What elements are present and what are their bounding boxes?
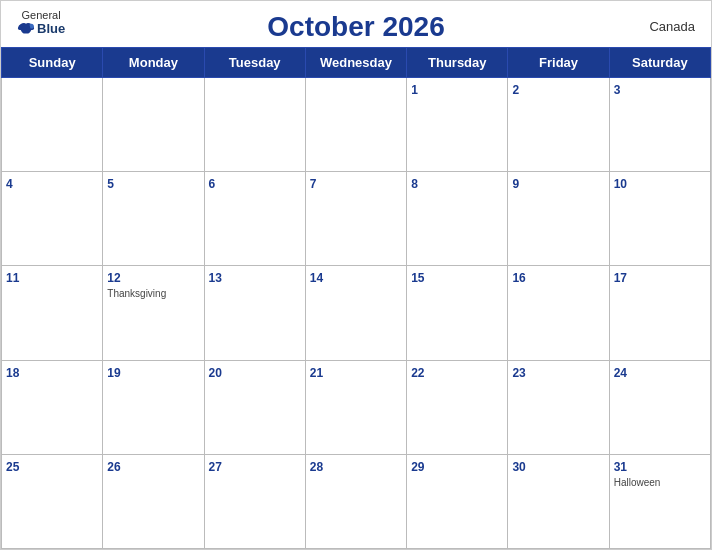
calendar-cell: 7: [305, 172, 406, 266]
calendar-cell: 24: [609, 360, 710, 454]
date-number: 8: [411, 177, 418, 191]
date-number: 21: [310, 366, 323, 380]
calendar-cell: 21: [305, 360, 406, 454]
date-number: 6: [209, 177, 216, 191]
header-thursday: Thursday: [407, 48, 508, 78]
date-number: 11: [6, 271, 19, 285]
calendar-cell: 31Halloween: [609, 454, 710, 548]
date-number: 15: [411, 271, 424, 285]
header-tuesday: Tuesday: [204, 48, 305, 78]
calendar-cell: 10: [609, 172, 710, 266]
date-number: 30: [512, 460, 525, 474]
header-wednesday: Wednesday: [305, 48, 406, 78]
logo-bird-icon: [17, 22, 35, 36]
calendar-cell: 8: [407, 172, 508, 266]
logo-general: General: [22, 9, 61, 21]
calendar-cell: 22: [407, 360, 508, 454]
day-header-row: Sunday Monday Tuesday Wednesday Thursday…: [2, 48, 711, 78]
calendar-cell: 27: [204, 454, 305, 548]
date-number: 28: [310, 460, 323, 474]
calendar-cell: 16: [508, 266, 609, 360]
week-row-1: 123: [2, 78, 711, 172]
calendar-cell: 9: [508, 172, 609, 266]
date-number: 20: [209, 366, 222, 380]
calendar-cell: 19: [103, 360, 204, 454]
date-number: 31: [614, 460, 627, 474]
date-number: 27: [209, 460, 222, 474]
country-label: Canada: [649, 19, 695, 34]
date-number: 16: [512, 271, 525, 285]
week-row-5: 25262728293031Halloween: [2, 454, 711, 548]
week-row-3: 1112Thanksgiving1314151617: [2, 266, 711, 360]
header-saturday: Saturday: [609, 48, 710, 78]
date-number: 7: [310, 177, 317, 191]
calendar-cell: 25: [2, 454, 103, 548]
date-number: 10: [614, 177, 627, 191]
header-monday: Monday: [103, 48, 204, 78]
calendar-cell: 2: [508, 78, 609, 172]
calendar-cell: 5: [103, 172, 204, 266]
week-row-4: 18192021222324: [2, 360, 711, 454]
date-number: 4: [6, 177, 13, 191]
logo-area: General Blue: [17, 9, 65, 36]
calendar-table: Sunday Monday Tuesday Wednesday Thursday…: [1, 47, 711, 549]
event-label: Thanksgiving: [107, 288, 199, 299]
calendar-cell: [2, 78, 103, 172]
calendar-cell: 14: [305, 266, 406, 360]
calendar-cell: 11: [2, 266, 103, 360]
date-number: 19: [107, 366, 120, 380]
calendar-cell: 30: [508, 454, 609, 548]
date-number: 29: [411, 460, 424, 474]
calendar-cell: [305, 78, 406, 172]
date-number: 2: [512, 83, 519, 97]
calendar-cell: 1: [407, 78, 508, 172]
header-friday: Friday: [508, 48, 609, 78]
date-number: 22: [411, 366, 424, 380]
calendar-cell: 29: [407, 454, 508, 548]
date-number: 12: [107, 271, 120, 285]
calendar-cell: 23: [508, 360, 609, 454]
date-number: 24: [614, 366, 627, 380]
date-number: 18: [6, 366, 19, 380]
calendar-cell: 3: [609, 78, 710, 172]
date-number: 9: [512, 177, 519, 191]
calendar-cell: 6: [204, 172, 305, 266]
date-number: 17: [614, 271, 627, 285]
date-number: 25: [6, 460, 19, 474]
logo-blue: Blue: [17, 21, 65, 36]
event-label: Halloween: [614, 477, 706, 488]
calendar-cell: 12Thanksgiving: [103, 266, 204, 360]
calendar-cell: 28: [305, 454, 406, 548]
date-number: 1: [411, 83, 418, 97]
calendar-cell: 13: [204, 266, 305, 360]
calendar-cell: 17: [609, 266, 710, 360]
calendar-cell: 26: [103, 454, 204, 548]
week-row-2: 45678910: [2, 172, 711, 266]
calendar-title: October 2026: [267, 11, 444, 43]
date-number: 26: [107, 460, 120, 474]
date-number: 13: [209, 271, 222, 285]
calendar-wrapper: General Blue October 2026 Canada Sunday …: [0, 0, 712, 550]
calendar-cell: 20: [204, 360, 305, 454]
calendar-cell: 4: [2, 172, 103, 266]
calendar-cell: 18: [2, 360, 103, 454]
calendar-cell: [204, 78, 305, 172]
header-sunday: Sunday: [2, 48, 103, 78]
date-number: 14: [310, 271, 323, 285]
calendar-cell: 15: [407, 266, 508, 360]
calendar-header: General Blue October 2026 Canada: [1, 1, 711, 47]
date-number: 23: [512, 366, 525, 380]
calendar-cell: [103, 78, 204, 172]
date-number: 5: [107, 177, 114, 191]
date-number: 3: [614, 83, 621, 97]
